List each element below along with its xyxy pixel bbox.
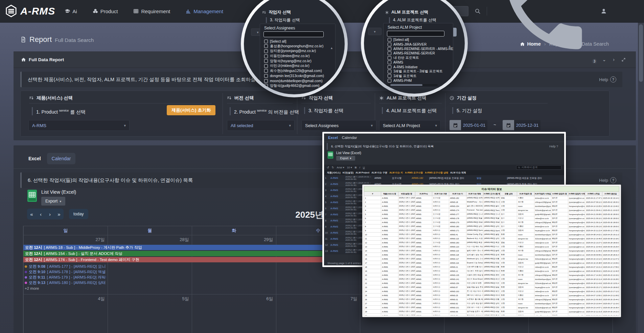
- alm-option[interactable]: 1레벨 프로젝트 - 2레벨 프로젝트: [388, 69, 453, 74]
- scrollbar-thumb[interactable]: [639, 24, 643, 82]
- sheet-row[interactable]: 12A-RMS2025년 1분기 (2025-04-01 ~ 2025-06-3…: [364, 241, 619, 245]
- alm-filter-input[interactable]: [387, 31, 444, 37]
- expand-icon[interactable]: [621, 57, 626, 62]
- sheet-row[interactable]: 14A-RMS2025년 1분기 (2025-04-01 ~ 2025-06-3…: [364, 249, 619, 253]
- redo-icon[interactable]: ↻: [332, 166, 334, 169]
- undo-icon[interactable]: ↺: [327, 166, 329, 169]
- calendar-cell[interactable]: 29일: [192, 235, 276, 294]
- user-menu-button[interactable]: [601, 8, 607, 14]
- sheet-row[interactable]: 3A-RMS2025년 1분기 (2025-04-01 ~ 2025-06-30…: [364, 204, 619, 208]
- italic-button[interactable]: I: [360, 166, 360, 169]
- assignee-select[interactable]: Select Assignees▾: [301, 120, 376, 131]
- calendar-cell[interactable]: 5일: [108, 294, 192, 333]
- export-button[interactable]: Export▾: [41, 197, 65, 206]
- assignee-option[interactable]: 양형석(hsyang@mz.co.kr): [264, 58, 324, 64]
- calendar-event-item[interactable]: 오전 9:11 [ ARMS-179 ] - [ARMS-REQ] 캐릭터: [25, 275, 106, 280]
- menu-item[interactable]: Requirement: [133, 8, 170, 14]
- menu-item[interactable]: Management: [186, 8, 223, 14]
- sheet-row[interactable]: 19A-RMS2025년 1분기 (2025-04-01 ~ 2025-06-3…: [364, 269, 619, 273]
- sheet-row[interactable]: 18A-RMS2025년 1분기 (2025-04-01 ~ 2025-06-3…: [364, 265, 619, 269]
- calendar-next-button[interactable]: ›: [45, 211, 54, 217]
- alm-collapsed-select[interactable]: ▾: [368, 28, 382, 35]
- alm-option[interactable]: [Select all]: [388, 38, 453, 42]
- calendar-event-item[interactable]: 오전 9:13 [ ARMS-180 ] - [ARMS-REQ] 상태 :: [25, 280, 106, 285]
- start-date-input[interactable]: 2025-01-01: [450, 120, 487, 130]
- notifications-button[interactable]: 3: [493, 0, 595, 62]
- sheet-row[interactable]: 28A-RMS2025년 1분기 (2025-04-01 ~ 2025-06-3…: [364, 306, 619, 310]
- search-submit-icon[interactable]: [475, 8, 481, 14]
- assignee-option[interactable]: moon(dumbbelloper@gmail.com): [264, 78, 324, 84]
- alm-option[interactable]: 1레벨 프로젝트: [388, 74, 453, 78]
- mini-table-row[interactable]: 1A-RMS2025년 1분기 (2025-04-01 ~ 2025-06-30…: [324, 175, 564, 181]
- sheet-row[interactable]: 29A-RMS2025년 1분기 (2025-04-01 ~ 2025-06-3…: [364, 310, 619, 314]
- sheet-row[interactable]: 25A-RMS2025년 1분기 (2025-04-01 ~ 2025-06-3…: [364, 293, 619, 298]
- calendar-cell[interactable]: 28일: [108, 235, 192, 294]
- font-select[interactable]: Arial ▾: [337, 166, 344, 169]
- sheet-row[interactable]: 6A-RMS2025년 1분기 (2025-04-01 ~ 2025-06-30…: [364, 216, 619, 220]
- sheet-row[interactable]: 10A-RMS2025년 1분기 (2025-04-01 ~ 2025-06-3…: [364, 233, 619, 237]
- assignee-option[interactable]: 장지윤(jiyoonjang@mz.co.kr): [264, 49, 324, 54]
- alm-option[interactable]: ARMS: [388, 60, 453, 65]
- alm-option[interactable]: ARMS-REDMINE-SERVER - ARMS-RE: [388, 47, 453, 51]
- sheet-row[interactable]: 30A-RMS2025년 1분기 (2025-04-01 ~ 2025-06-3…: [364, 314, 619, 317]
- assignee-option[interactable]: [Select all]: [264, 39, 324, 44]
- sheet-row[interactable]: 20A-RMS2025년 1분기 (2025-04-01 ~ 2025-06-3…: [364, 273, 619, 277]
- sheet-row[interactable]: 1A-RMS2025년 1분기 (2025-04-01 ~ 2025-06-30…: [364, 196, 619, 200]
- assignee-option[interactable]: dongmin lee(313cokr@gmail.com): [264, 73, 324, 78]
- app-logo[interactable]: A-RMS: [5, 5, 55, 18]
- scrollbar-thumb[interactable]: [390, 84, 422, 86]
- scroll-up-icon[interactable]: ▲: [448, 44, 451, 48]
- assignee-option[interactable]: 이민규(mklee@mz.co.kr): [264, 64, 324, 69]
- sheet-row[interactable]: 11A-RMS2025년 1분기 (2025-04-01 ~ 2025-06-3…: [364, 237, 619, 241]
- horizontal-scrollbar[interactable]: [386, 84, 438, 86]
- end-date-input[interactable]: 2025-12-31: [503, 120, 540, 130]
- sheet-row[interactable]: 7A-RMS2025년 1분기 (2025-04-01 ~ 2025-06-30…: [364, 220, 619, 224]
- menu-item[interactable]: Ai: [65, 8, 77, 14]
- alm-option[interactable]: ARMS-PHM: [388, 78, 453, 83]
- underline-button[interactable]: U: [363, 166, 365, 169]
- alm-option[interactable]: ARMS-JIRA-SERVER: [388, 42, 453, 46]
- alm-option[interactable]: A-RMS Initiative: [388, 65, 453, 69]
- sheet-row[interactable]: 9A-RMS2025년 1분기 (2025-04-01 ~ 2025-06-30…: [364, 229, 619, 233]
- product-select[interactable]: A-RMS▾: [28, 120, 130, 131]
- sheet-row[interactable]: 17A-RMS2025년 1분기 (2025-04-01 ~ 2025-06-3…: [364, 261, 619, 265]
- sheet-row[interactable]: 16A-RMS2025년 1분기 (2025-04-01 ~ 2025-06-3…: [364, 257, 619, 261]
- panel-next-button[interactable]: ›: [613, 57, 615, 62]
- product-reset-button[interactable]: 제품(서비스) 초기화: [167, 105, 215, 115]
- sheet-row[interactable]: 26A-RMS2025년 1분기 (2025-04-01 ~ 2025-06-3…: [364, 298, 619, 302]
- sheet-row[interactable]: 2A-RMS2025년 1분기 (2025-04-01 ~ 2025-06-30…: [364, 200, 619, 204]
- mini-export-button[interactable]: Export▾: [336, 156, 355, 161]
- tab-calendar[interactable]: Calendar: [47, 153, 76, 164]
- mini-tab-excel[interactable]: Excel: [328, 136, 338, 140]
- help-button[interactable]: Help ?: [599, 177, 616, 183]
- scroll-up-icon[interactable]: ▲: [330, 46, 333, 50]
- font-size-select[interactable]: 10 ▾: [347, 166, 352, 169]
- sheet-row[interactable]: 13A-RMS2025년 1분기 (2025-04-01 ~ 2025-06-3…: [364, 245, 619, 249]
- calendar-cell[interactable]: 7일: [276, 294, 360, 333]
- bold-button[interactable]: B: [355, 166, 357, 169]
- alm-project-select[interactable]: Select ALM Project▾: [379, 120, 441, 131]
- calendar-first-button[interactable]: «: [27, 211, 36, 217]
- sheet-row[interactable]: 15A-RMS2025년 1분기 (2025-04-01 ~ 2025-06-3…: [364, 253, 619, 257]
- alm-option[interactable]: ARMS-REDMINE-SERVER: [388, 51, 453, 55]
- menu-item[interactable]: Product: [93, 8, 118, 14]
- calendar-event-item[interactable]: 오전 9:10 [ ARMS-178 ] - [ARMS-REQ] 엑셀: [25, 269, 106, 275]
- calendar-last-button[interactable]: »: [54, 211, 64, 217]
- calendar-event-item[interactable]: 오전 9:08 [ ARMS-177 ] - [ARMS-REQ] 모니터링: [25, 264, 106, 269]
- calendar-prev-button[interactable]: ‹: [36, 211, 45, 217]
- assignee-filter-input[interactable]: [263, 31, 324, 37]
- assignee-option[interactable]: 양형석(gudtjr4662@gmail.com): [264, 83, 324, 88]
- assignee-option[interactable]: 홍성훈(hongseonghun@mz.co.kr): [264, 44, 324, 49]
- sheet-row[interactable]: 23A-RMS2025년 1분기 (2025-04-01 ~ 2025-06-3…: [364, 285, 619, 289]
- mini-help[interactable]: Help ?: [549, 145, 558, 148]
- calendar-cell[interactable]: 6일: [192, 294, 276, 333]
- today-button[interactable]: today: [69, 209, 88, 219]
- calendar-cell[interactable]: 4일: [23, 294, 108, 333]
- help-button[interactable]: Help ?: [599, 76, 616, 82]
- page-scrollbar[interactable]: [638, 22, 644, 333]
- mini-tab-calendar[interactable]: Calendar: [342, 136, 357, 140]
- sheet-row[interactable]: 5A-RMS2025년 1분기 (2025-04-01 ~ 2025-06-30…: [364, 212, 619, 216]
- version-select[interactable]: All selected▾: [227, 120, 295, 131]
- more-events-link[interactable]: +2 more: [25, 286, 106, 290]
- sheet-row[interactable]: 22A-RMS2025년 1분기 (2025-04-01 ~ 2025-06-3…: [364, 281, 619, 285]
